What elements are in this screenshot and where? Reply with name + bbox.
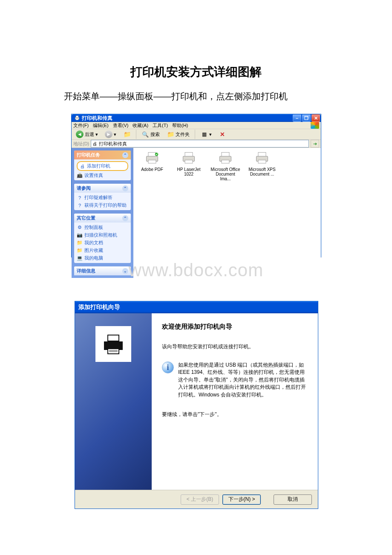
folder-up-icon: 📁 bbox=[123, 130, 131, 138]
menu-fav[interactable]: 收藏(A) bbox=[133, 122, 148, 129]
collapse-icon: ⌃ bbox=[122, 152, 128, 158]
forward-icon: ► bbox=[105, 130, 112, 138]
printer-item[interactable]: Microsoft XPS Document ... bbox=[247, 150, 277, 176]
printer-icon: 🖨 bbox=[79, 164, 85, 169]
other-places-group: 其它位置 ⌃ ⚙控制面板 📷扫描仪和照相机 📁我的文档 📁图片收藏 💻我的电脑 bbox=[74, 214, 131, 263]
search-icon: 🔍 bbox=[141, 130, 149, 138]
print-help-label: 获得关于打印的帮助 bbox=[84, 202, 127, 208]
close-button[interactable]: ✕ bbox=[311, 114, 320, 122]
printer-icon bbox=[181, 150, 196, 166]
fax-setup-link[interactable]: 📠 设置传真 bbox=[77, 172, 128, 179]
back-label: 后退 bbox=[85, 131, 94, 138]
titlebar[interactable]: 打印机和传真 – ❐ ✕ bbox=[72, 114, 321, 122]
back-button[interactable]: ◄ 后退 ▾ bbox=[73, 129, 101, 139]
troubleshoot-label: 打印疑难解答 bbox=[84, 194, 112, 201]
help-icon: ? bbox=[77, 203, 83, 208]
menu-tools[interactable]: 工具(T) bbox=[153, 122, 168, 129]
window-title: 打印机和传真 bbox=[82, 115, 293, 122]
cancel-button[interactable]: 取消 bbox=[274, 494, 312, 505]
scanners-link[interactable]: 📷扫描仪和照相机 bbox=[77, 232, 128, 238]
document-title: 打印机安装方式详细图解 bbox=[0, 0, 392, 90]
back-icon: ◄ bbox=[76, 130, 84, 138]
minimize-button[interactable]: – bbox=[293, 114, 301, 122]
fax-label: 设置传真 bbox=[84, 172, 103, 179]
views-icon: ▦ bbox=[200, 130, 208, 138]
forward-button[interactable]: ► ▾ bbox=[102, 129, 119, 139]
printer-icon bbox=[254, 150, 270, 166]
address-label: 地址(D) bbox=[73, 141, 89, 147]
chevron-down-icon: ▾ bbox=[209, 132, 212, 137]
wizard-footer: < 上一步(B) 下一步(N) > 取消 bbox=[75, 490, 318, 509]
printer-icon bbox=[144, 150, 160, 166]
menu-view[interactable]: 查看(V) bbox=[113, 122, 129, 129]
control-panel-link[interactable]: ⚙控制面板 bbox=[77, 224, 128, 231]
info-icon: i bbox=[162, 361, 174, 373]
scanner-icon: 📷 bbox=[77, 232, 83, 238]
chevron-down-icon: ▾ bbox=[114, 132, 116, 137]
folders-label: 文件夹 bbox=[176, 131, 190, 138]
delete-button[interactable]: ✕ bbox=[216, 129, 229, 139]
my-documents-label: 我的文档 bbox=[84, 240, 103, 246]
svg-rect-8 bbox=[185, 153, 193, 156]
my-pictures-link[interactable]: 📁图片收藏 bbox=[77, 247, 128, 254]
wizard-title: 添加打印机向导 bbox=[78, 304, 120, 311]
other-places-label: 其它位置 bbox=[77, 215, 95, 221]
printer-label: Microsoft XPS Document ... bbox=[247, 167, 277, 176]
go-button[interactable]: ➔ bbox=[311, 140, 319, 147]
control-panel-label: 控制面板 bbox=[84, 224, 103, 231]
printer-item[interactable]: Microsoft Office Document Ima... bbox=[210, 150, 241, 181]
menu-help[interactable]: 帮助(H) bbox=[172, 122, 188, 129]
my-documents-link[interactable]: 📁我的文档 bbox=[77, 240, 128, 246]
other-places-header[interactable]: 其它位置 ⌃ bbox=[74, 214, 131, 223]
wizard-heading: 欢迎使用添加打印机向导 bbox=[162, 323, 308, 331]
folder-icon: 📁 bbox=[77, 240, 83, 246]
printer-tasks-group: 打印机任务 ⌃ 🖨 添加打印机 📠 设置传真 bbox=[74, 150, 131, 180]
menu-edit[interactable]: 编辑(E) bbox=[93, 122, 109, 129]
add-printer-wizard-window: 添加打印机向导 欢迎使用添加打印机向导 该向导帮助您安装打印机或连接打印机。 i bbox=[75, 301, 318, 509]
collapse-icon: ⌃ bbox=[122, 215, 128, 221]
add-printer-label: 添加打印机 bbox=[87, 163, 110, 169]
see-also-group: 请参阅 ⌃ ?打印疑难解答 ?获得关于打印的帮助 bbox=[74, 184, 131, 210]
add-printer-link[interactable]: 🖨 添加打印机 bbox=[77, 161, 128, 171]
folders-button[interactable]: 📁 文件夹 bbox=[164, 129, 192, 139]
address-text: 打印机和传真 bbox=[99, 141, 127, 147]
see-also-header[interactable]: 请参阅 ⌃ bbox=[74, 184, 131, 193]
svg-rect-15 bbox=[258, 160, 266, 164]
next-button[interactable]: 下一步(N) > bbox=[222, 494, 261, 505]
search-button[interactable]: 🔍 搜索 bbox=[139, 129, 162, 139]
printer-icon: 🖨 bbox=[92, 141, 97, 146]
tasks-header[interactable]: 打印机任务 ⌃ bbox=[74, 150, 131, 159]
search-label: 搜索 bbox=[150, 131, 160, 138]
side-panel: 打印机任务 ⌃ 🖨 添加打印机 📠 设置传真 请参阅 bbox=[72, 148, 133, 278]
svg-rect-12 bbox=[222, 160, 229, 164]
printer-item[interactable]: Adobe PDF bbox=[137, 150, 167, 172]
troubleshoot-link[interactable]: ?打印疑难解答 bbox=[77, 194, 128, 201]
printer-icon bbox=[74, 115, 80, 121]
wizard-info-box: i 如果您使用的是通过 USB 端口（或其他热插拔端口，如 IEEE 1394、… bbox=[162, 361, 308, 399]
maximize-button[interactable]: ❐ bbox=[302, 114, 311, 122]
views-button[interactable]: ▦▾ bbox=[198, 129, 214, 139]
wizard-content: 欢迎使用添加打印机向导 该向导帮助您安装打印机或连接打印机。 i 如果您使用的是… bbox=[152, 313, 318, 490]
printer-label: Adobe PDF bbox=[141, 167, 163, 172]
wizard-sidebar bbox=[75, 313, 152, 490]
svg-rect-2 bbox=[76, 119, 78, 120]
tasks-header-label: 打印机任务 bbox=[77, 152, 100, 158]
svg-rect-18 bbox=[108, 335, 118, 341]
scanners-label: 扫描仪和照相机 bbox=[84, 232, 117, 238]
svg-rect-14 bbox=[258, 153, 266, 156]
printers-window: 打印机和传真 – ❐ ✕ 文件(F) 编辑(E) 查看(V) 收藏(A) 工具(… bbox=[71, 114, 321, 257]
print-help-link[interactable]: ?获得关于打印的帮助 bbox=[77, 202, 128, 208]
printer-item[interactable]: HP LaserJet 1022 bbox=[173, 150, 204, 176]
svg-rect-5 bbox=[148, 160, 156, 164]
svg-rect-1 bbox=[76, 116, 78, 118]
wizard-titlebar[interactable]: 添加打印机向导 bbox=[75, 301, 318, 313]
toolbar: ◄ 后退 ▾ ► ▾ 📁 🔍 搜索 📁 文件夹 ▦▾ ✕ bbox=[72, 129, 321, 140]
chevron-down-icon: ▾ bbox=[95, 132, 98, 137]
up-button[interactable]: 📁 bbox=[121, 129, 133, 139]
menu-file[interactable]: 文件(F) bbox=[73, 122, 89, 129]
delete-icon: ✕ bbox=[219, 130, 226, 138]
printers-list: Adobe PDF HP LaserJet 1022 Microsoft Off… bbox=[133, 148, 321, 278]
wizard-description: 该向导帮助您安装打印机或连接打印机。 bbox=[162, 343, 308, 350]
address-input[interactable]: 🖨 打印机和传真 bbox=[91, 140, 309, 147]
printer-label: Microsoft Office Document Ima... bbox=[210, 167, 241, 181]
